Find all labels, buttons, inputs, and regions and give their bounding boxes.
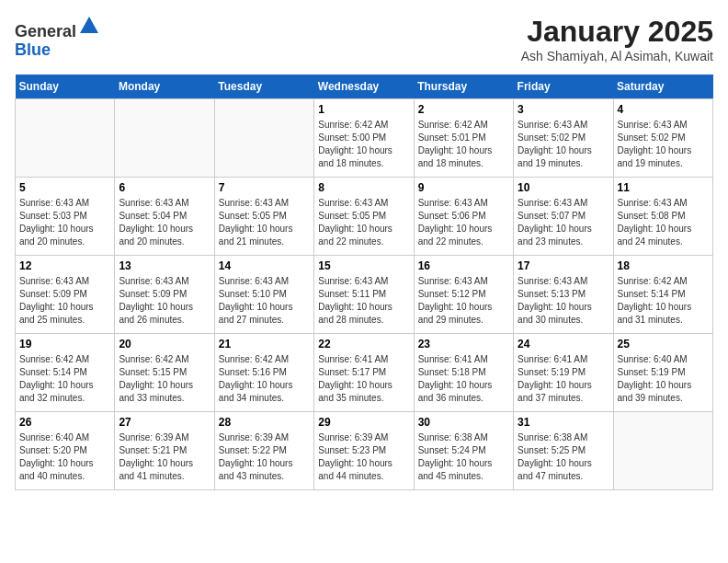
day-number: 8 bbox=[318, 181, 409, 194]
day-number: 13 bbox=[119, 259, 210, 272]
calendar-cell: 28Sunrise: 6:39 AM Sunset: 5:22 PM Dayli… bbox=[214, 412, 313, 490]
week-row-1: 1Sunrise: 6:42 AM Sunset: 5:00 PM Daylig… bbox=[16, 99, 713, 178]
day-number: 5 bbox=[19, 181, 110, 194]
day-info: Sunrise: 6:43 AM Sunset: 5:05 PM Dayligh… bbox=[318, 197, 409, 248]
day-number: 16 bbox=[418, 259, 509, 272]
day-number: 2 bbox=[418, 103, 509, 116]
calendar-subtitle: Ash Shamiyah, Al Asimah, Kuwait bbox=[521, 49, 713, 63]
logo-general: General bbox=[15, 22, 76, 40]
calendar-cell: 18Sunrise: 6:42 AM Sunset: 5:14 PM Dayli… bbox=[613, 256, 712, 334]
calendar-table: SundayMondayTuesdayWednesdayThursdayFrid… bbox=[15, 75, 713, 490]
weekday-header-row: SundayMondayTuesdayWednesdayThursdayFrid… bbox=[16, 75, 713, 99]
calendar-cell: 27Sunrise: 6:39 AM Sunset: 5:21 PM Dayli… bbox=[115, 412, 214, 490]
day-info: Sunrise: 6:43 AM Sunset: 5:02 PM Dayligh… bbox=[618, 119, 709, 170]
day-info: Sunrise: 6:38 AM Sunset: 5:25 PM Dayligh… bbox=[518, 431, 609, 483]
calendar-title: January 2025 bbox=[521, 15, 713, 49]
day-info: Sunrise: 6:42 AM Sunset: 5:16 PM Dayligh… bbox=[219, 353, 310, 405]
day-number: 27 bbox=[119, 416, 210, 429]
week-row-3: 12Sunrise: 6:43 AM Sunset: 5:09 PM Dayli… bbox=[16, 256, 713, 334]
calendar-cell: 17Sunrise: 6:43 AM Sunset: 5:13 PM Dayli… bbox=[514, 256, 613, 334]
day-number: 30 bbox=[418, 416, 509, 429]
day-info: Sunrise: 6:43 AM Sunset: 5:05 PM Dayligh… bbox=[219, 197, 310, 248]
calendar-cell: 13Sunrise: 6:43 AM Sunset: 5:09 PM Dayli… bbox=[115, 256, 214, 334]
calendar-cell: 25Sunrise: 6:40 AM Sunset: 5:19 PM Dayli… bbox=[613, 334, 712, 412]
week-row-4: 19Sunrise: 6:42 AM Sunset: 5:14 PM Dayli… bbox=[16, 334, 713, 412]
day-info: Sunrise: 6:43 AM Sunset: 5:09 PM Dayligh… bbox=[19, 275, 110, 327]
week-row-2: 5Sunrise: 6:43 AM Sunset: 5:03 PM Daylig… bbox=[16, 178, 713, 256]
day-info: Sunrise: 6:42 AM Sunset: 5:14 PM Dayligh… bbox=[618, 275, 709, 327]
day-info: Sunrise: 6:43 AM Sunset: 5:08 PM Dayligh… bbox=[618, 197, 709, 248]
calendar-cell bbox=[214, 99, 313, 178]
day-number: 23 bbox=[418, 338, 509, 350]
day-info: Sunrise: 6:39 AM Sunset: 5:23 PM Dayligh… bbox=[318, 431, 409, 483]
day-number: 6 bbox=[119, 181, 210, 194]
day-number: 4 bbox=[618, 103, 709, 116]
weekday-header-thursday: Thursday bbox=[414, 75, 513, 99]
day-info: Sunrise: 6:43 AM Sunset: 5:03 PM Dayligh… bbox=[19, 197, 110, 248]
svg-marker-0 bbox=[80, 17, 98, 33]
day-info: Sunrise: 6:40 AM Sunset: 5:19 PM Dayligh… bbox=[618, 353, 709, 405]
day-number: 18 bbox=[618, 259, 709, 272]
calendar-cell bbox=[613, 412, 712, 490]
calendar-cell: 23Sunrise: 6:41 AM Sunset: 5:18 PM Dayli… bbox=[414, 334, 513, 412]
weekday-header-sunday: Sunday bbox=[16, 75, 115, 99]
day-info: Sunrise: 6:42 AM Sunset: 5:00 PM Dayligh… bbox=[318, 119, 409, 170]
day-number: 1 bbox=[318, 103, 409, 116]
day-info: Sunrise: 6:43 AM Sunset: 5:04 PM Dayligh… bbox=[119, 197, 210, 248]
day-number: 26 bbox=[19, 416, 110, 429]
day-number: 28 bbox=[219, 416, 310, 429]
calendar-cell: 9Sunrise: 6:43 AM Sunset: 5:06 PM Daylig… bbox=[414, 178, 513, 256]
calendar-cell: 20Sunrise: 6:42 AM Sunset: 5:15 PM Dayli… bbox=[115, 334, 214, 412]
calendar-cell: 4Sunrise: 6:43 AM Sunset: 5:02 PM Daylig… bbox=[613, 99, 712, 178]
day-info: Sunrise: 6:39 AM Sunset: 5:22 PM Dayligh… bbox=[219, 431, 310, 483]
weekday-header-wednesday: Wednesday bbox=[314, 75, 414, 99]
page-header: General Blue January 2025 Ash Shamiyah, … bbox=[15, 15, 713, 63]
day-number: 22 bbox=[318, 338, 409, 350]
weekday-header-saturday: Saturday bbox=[613, 75, 712, 99]
day-number: 7 bbox=[219, 181, 310, 194]
day-info: Sunrise: 6:42 AM Sunset: 5:15 PM Dayligh… bbox=[119, 353, 210, 405]
calendar-cell: 6Sunrise: 6:43 AM Sunset: 5:04 PM Daylig… bbox=[115, 178, 214, 256]
calendar-cell: 2Sunrise: 6:42 AM Sunset: 5:01 PM Daylig… bbox=[414, 99, 513, 178]
day-number: 24 bbox=[518, 338, 609, 350]
title-block: January 2025 Ash Shamiyah, Al Asimah, Ku… bbox=[521, 15, 713, 63]
day-number: 25 bbox=[618, 338, 709, 350]
calendar-cell: 8Sunrise: 6:43 AM Sunset: 5:05 PM Daylig… bbox=[314, 178, 414, 256]
calendar-cell: 12Sunrise: 6:43 AM Sunset: 5:09 PM Dayli… bbox=[16, 256, 115, 334]
day-info: Sunrise: 6:43 AM Sunset: 5:13 PM Dayligh… bbox=[518, 275, 609, 327]
day-info: Sunrise: 6:43 AM Sunset: 5:10 PM Dayligh… bbox=[219, 275, 310, 327]
day-number: 21 bbox=[219, 338, 310, 350]
calendar-cell: 26Sunrise: 6:40 AM Sunset: 5:20 PM Dayli… bbox=[16, 412, 115, 490]
calendar-cell bbox=[16, 99, 115, 178]
day-info: Sunrise: 6:38 AM Sunset: 5:24 PM Dayligh… bbox=[418, 431, 509, 483]
day-info: Sunrise: 6:43 AM Sunset: 5:09 PM Dayligh… bbox=[119, 275, 210, 327]
day-number: 19 bbox=[19, 338, 110, 350]
calendar-cell: 3Sunrise: 6:43 AM Sunset: 5:02 PM Daylig… bbox=[514, 99, 613, 178]
weekday-header-friday: Friday bbox=[514, 75, 613, 99]
day-info: Sunrise: 6:40 AM Sunset: 5:20 PM Dayligh… bbox=[19, 431, 110, 483]
logo-blue: Blue bbox=[15, 40, 51, 59]
calendar-cell: 22Sunrise: 6:41 AM Sunset: 5:17 PM Dayli… bbox=[314, 334, 414, 412]
calendar-cell: 19Sunrise: 6:42 AM Sunset: 5:14 PM Dayli… bbox=[16, 334, 115, 412]
day-info: Sunrise: 6:43 AM Sunset: 5:06 PM Dayligh… bbox=[418, 197, 509, 248]
calendar-cell bbox=[115, 99, 214, 178]
day-info: Sunrise: 6:43 AM Sunset: 5:07 PM Dayligh… bbox=[518, 197, 609, 248]
day-number: 29 bbox=[318, 416, 409, 429]
day-number: 17 bbox=[518, 259, 609, 272]
day-info: Sunrise: 6:43 AM Sunset: 5:11 PM Dayligh… bbox=[318, 275, 409, 327]
day-number: 10 bbox=[518, 181, 609, 194]
calendar-cell: 15Sunrise: 6:43 AM Sunset: 5:11 PM Dayli… bbox=[314, 256, 414, 334]
day-number: 20 bbox=[119, 338, 210, 350]
day-info: Sunrise: 6:41 AM Sunset: 5:18 PM Dayligh… bbox=[418, 353, 509, 405]
day-info: Sunrise: 6:39 AM Sunset: 5:21 PM Dayligh… bbox=[119, 431, 210, 483]
day-info: Sunrise: 6:41 AM Sunset: 5:19 PM Dayligh… bbox=[518, 353, 609, 405]
day-info: Sunrise: 6:42 AM Sunset: 5:14 PM Dayligh… bbox=[19, 353, 110, 405]
calendar-cell: 16Sunrise: 6:43 AM Sunset: 5:12 PM Dayli… bbox=[414, 256, 513, 334]
calendar-cell: 5Sunrise: 6:43 AM Sunset: 5:03 PM Daylig… bbox=[16, 178, 115, 256]
calendar-cell: 29Sunrise: 6:39 AM Sunset: 5:23 PM Dayli… bbox=[314, 412, 414, 490]
day-info: Sunrise: 6:43 AM Sunset: 5:12 PM Dayligh… bbox=[418, 275, 509, 327]
weekday-header-monday: Monday bbox=[115, 75, 214, 99]
day-info: Sunrise: 6:43 AM Sunset: 5:02 PM Dayligh… bbox=[518, 119, 609, 170]
week-row-5: 26Sunrise: 6:40 AM Sunset: 5:20 PM Dayli… bbox=[16, 412, 713, 490]
day-number: 11 bbox=[618, 181, 709, 194]
